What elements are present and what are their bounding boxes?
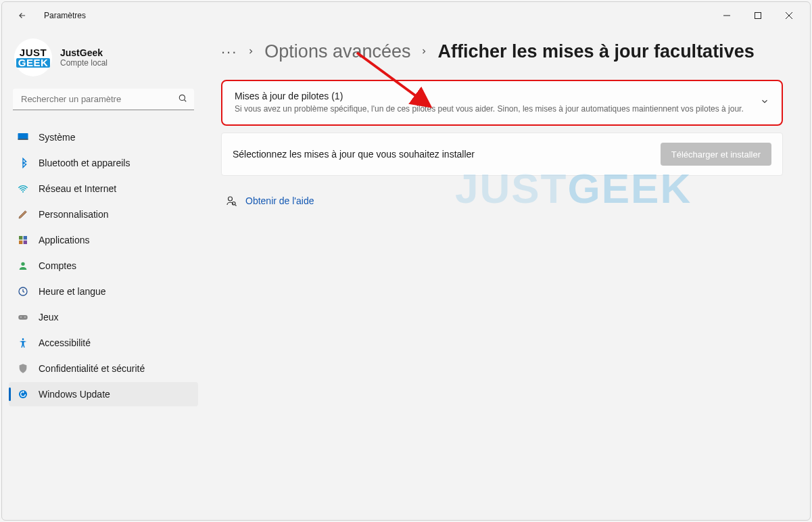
- sidebar-item-accessibility[interactable]: Accessibilité: [9, 331, 198, 355]
- search-icon: [178, 93, 187, 105]
- minimize-button[interactable]: [711, 5, 742, 26]
- account-name: JustGeek: [60, 47, 108, 58]
- time-icon: [17, 285, 29, 298]
- sidebar-item-personalization[interactable]: Personnalisation: [9, 202, 198, 227]
- sidebar-item-bluetooth[interactable]: Bluetooth et appareils: [9, 151, 198, 175]
- privacy-icon: [17, 362, 29, 375]
- account-type: Compte local: [60, 58, 108, 68]
- avatar: JUST GEEK: [14, 39, 52, 76]
- settings-window: Paramètres JUST GEEK JustGeek: [1, 1, 811, 521]
- svg-rect-7: [19, 241, 22, 244]
- personalize-icon: [17, 208, 29, 220]
- svg-point-4: [22, 191, 24, 193]
- chevron-right-icon: [420, 46, 428, 58]
- sidebar-item-label: Jeux: [39, 312, 59, 323]
- sidebar-item-label: Confidentialité et sécurité: [39, 363, 145, 374]
- svg-rect-8: [24, 241, 27, 244]
- title-bar: Paramètres: [2, 2, 810, 29]
- svg-rect-6: [24, 236, 27, 239]
- sidebar-item-label: Bluetooth et appareils: [39, 158, 130, 168]
- sidebar-item-time[interactable]: Heure et langue: [9, 279, 198, 304]
- window-title: Paramètres: [44, 11, 86, 20]
- svg-point-16: [229, 197, 233, 201]
- sidebar-item-label: Personnalisation: [39, 209, 109, 220]
- sidebar-item-system[interactable]: Système: [9, 125, 198, 149]
- get-help-link[interactable]: Obtenir de l'aide: [245, 195, 314, 206]
- svg-point-1: [179, 95, 185, 100]
- svg-point-14: [22, 338, 24, 340]
- sidebar-item-privacy[interactable]: Confidentialité et sécurité: [9, 356, 198, 381]
- sidebar-item-windows-update[interactable]: Windows Update: [9, 382, 198, 406]
- chevron-down-icon: [760, 97, 769, 109]
- account-block[interactable]: JUST GEEK JustGeek Compte local: [9, 33, 198, 89]
- sidebar-item-label: Applications: [39, 235, 90, 245]
- back-button[interactable]: [16, 9, 29, 22]
- network-icon: [17, 183, 29, 195]
- page-title: Afficher les mises à jour facultatives: [437, 41, 754, 62]
- svg-rect-11: [18, 315, 28, 320]
- help-icon: [225, 195, 237, 207]
- sidebar-item-label: Système: [39, 132, 75, 143]
- svg-point-9: [21, 262, 24, 266]
- search-input[interactable]: [13, 89, 194, 110]
- update-icon: [17, 388, 29, 400]
- search-box[interactable]: [13, 89, 194, 110]
- help-link-row: Obtenir de l'aide: [221, 195, 783, 207]
- maximize-button[interactable]: [742, 5, 773, 26]
- avatar-text-2: GEEK: [16, 58, 51, 68]
- download-install-button[interactable]: Télécharger et installer: [661, 143, 771, 166]
- apps-icon: [17, 234, 29, 246]
- close-button[interactable]: [773, 5, 805, 26]
- sidebar: JUST GEEK JustGeek Compte local Système: [2, 29, 205, 520]
- svg-point-12: [20, 316, 22, 318]
- svg-rect-0: [755, 13, 761, 19]
- svg-rect-5: [19, 236, 22, 239]
- driver-updates-title: Mises à jour de pilotes (1): [235, 91, 748, 101]
- accessibility-icon: [17, 337, 29, 349]
- system-icon: [17, 131, 29, 143]
- sidebar-item-label: Réseau et Internet: [39, 183, 116, 194]
- select-updates-text: Sélectionnez les mises à jour que vous s…: [233, 149, 475, 160]
- accounts-icon: [17, 260, 29, 272]
- select-updates-card: Sélectionnez les mises à jour que vous s…: [221, 133, 783, 176]
- sidebar-item-label: Accessibilité: [39, 337, 91, 348]
- breadcrumb-parent[interactable]: Options avancées: [264, 41, 410, 62]
- nav-list: Système Bluetooth et appareils Réseau et…: [9, 125, 198, 406]
- sidebar-item-label: Heure et langue: [39, 286, 106, 297]
- sidebar-item-label: Comptes: [39, 260, 76, 271]
- sidebar-item-apps[interactable]: Applications: [9, 228, 198, 252]
- svg-point-13: [24, 316, 26, 318]
- window-controls: [711, 5, 805, 26]
- driver-updates-subtitle: Si vous avez un problème spécifique, l'u…: [235, 104, 748, 114]
- sidebar-item-gaming[interactable]: Jeux: [9, 305, 198, 329]
- breadcrumb-more[interactable]: ···: [221, 43, 237, 61]
- breadcrumb: ··· Options avancées Afficher les mises …: [221, 41, 783, 62]
- avatar-text-1: JUST: [20, 48, 47, 57]
- driver-updates-expander[interactable]: Mises à jour de pilotes (1) Si vous avez…: [222, 81, 782, 124]
- sidebar-item-accounts[interactable]: Comptes: [9, 254, 198, 278]
- main-pane: ··· Options avancées Afficher les mises …: [205, 29, 810, 520]
- driver-updates-card[interactable]: Mises à jour de pilotes (1) Si vous avez…: [221, 80, 783, 126]
- svg-rect-3: [18, 139, 28, 140]
- bluetooth-icon: [17, 157, 29, 169]
- chevron-right-icon: [247, 46, 255, 58]
- sidebar-item-label: Windows Update: [39, 389, 110, 400]
- gaming-icon: [17, 311, 29, 323]
- sidebar-item-network[interactable]: Réseau et Internet: [9, 176, 198, 201]
